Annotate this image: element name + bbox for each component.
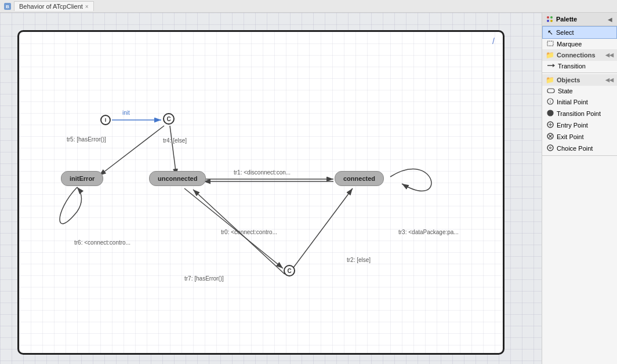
app-icon: B [3,2,12,10]
marquee-icon [547,41,554,48]
state-unconnected[interactable]: unconnected [149,171,206,186]
initial-node[interactable]: I [100,115,111,125]
diagram-container: / [17,30,505,355]
label-tr5: tr5: [hasError()] [67,136,106,143]
palette-icon [546,15,554,23]
label-tr0: tr0: <connect:contro... [221,229,277,235]
svg-point-30 [550,147,551,149]
svg-line-9 [184,188,283,268]
connections-header[interactable]: 📁 Connections ◀◀ [542,49,617,61]
svg-point-13 [550,16,553,19]
transition-point-icon [547,110,554,118]
palette-item-select[interactable]: ↖ Select [542,26,617,39]
label-tr4: tr4: [else] [163,137,187,144]
objects-folder-icon: 📁 [546,76,554,84]
entry-point-label: Entry Point [557,122,588,129]
state-label: State [558,88,573,94]
svg-text:B: B [6,4,9,9]
label-tr7: tr7: [hasError()] [184,275,224,282]
palette-item-marquee[interactable]: Marquee [542,39,617,49]
palette-item-transition[interactable]: Transition [542,61,617,71]
choice-point-label: Choice Point [557,145,593,152]
label-tr1: tr1: <disconnect:con... [234,169,291,176]
transition-point-label: Transition Point [557,110,601,117]
choice-point-icon [547,144,554,152]
palette-panel: Palette ◀ ↖ Select Marquee 📁 Connections… [542,13,617,364]
choice-node-c1[interactable]: C [163,113,175,125]
objects-expand-icon: ◀◀ [605,77,614,83]
initial-point-icon: I [547,98,554,106]
tab-close-icon[interactable]: × [85,3,89,10]
svg-line-10 [293,188,353,268]
label-tr2: tr2: [else] [347,257,371,263]
editor-tab[interactable]: Behavior of ATcpClient × [14,1,94,11]
connections-label: Connections [557,52,596,59]
objects-section: 📁 Objects ◀◀ State I [542,74,617,156]
tab-label: Behavior of ATcpClient [19,3,83,10]
svg-point-14 [547,20,549,22]
svg-line-5 [170,126,176,176]
select-label: Select [556,29,574,36]
objects-header[interactable]: 📁 Objects ◀◀ [542,74,617,86]
palette-item-exit-point[interactable]: Exit Point [542,131,617,143]
palette-item-choice-point[interactable]: Choice Point [542,143,617,154]
palette-header: Palette ◀ [542,13,617,26]
svg-line-6 [99,126,164,176]
palette-item-state[interactable]: State [542,86,617,96]
label-tr6: tr6: <connect:contro... [74,239,130,246]
state-initError[interactable]: initError [61,171,103,186]
transition-icon [547,63,555,70]
exit-point-icon [547,133,554,141]
connections-section: 📁 Connections ◀◀ Transition [542,49,617,73]
palette-title: Palette [556,16,577,23]
exit-point-label: Exit Point [557,133,583,140]
label-init: init [122,110,130,116]
connections-folder-icon: 📁 [546,51,554,59]
svg-rect-19 [547,89,554,93]
svg-marker-18 [553,64,555,67]
title-bar: B Behavior of ATcpClient × [0,0,617,13]
palette-item-entry-point[interactable]: Entry Point [542,119,617,131]
label-tr3: tr3: <dataPackage:pa... [398,229,459,235]
slash-mark: / [492,37,495,46]
svg-point-22 [547,110,553,116]
palette-collapse-button[interactable]: ◀ [607,16,614,23]
state-icon [547,88,555,94]
state-connected[interactable]: connected [335,171,384,186]
svg-point-29 [547,145,553,151]
select-icon: ↖ [547,28,553,37]
connections-expand-icon: ◀◀ [605,52,614,58]
svg-point-15 [550,20,553,22]
entry-point-icon [547,121,554,129]
svg-point-12 [547,16,549,19]
marquee-label: Marquee [557,41,582,48]
palette-item-transition-point[interactable]: Transition Point [542,108,617,119]
main-area: / [0,13,617,364]
svg-rect-16 [547,41,553,46]
objects-label: Objects [557,77,580,83]
canvas-area[interactable]: / [0,13,542,364]
svg-text:I: I [550,100,551,104]
palette-item-initial-point[interactable]: I Initial Point [542,96,617,108]
choice-node-c2[interactable]: C [284,265,295,276]
diagram-arrows [19,32,503,353]
initial-point-label: Initial Point [557,99,588,105]
transition-label: Transition [558,63,586,70]
